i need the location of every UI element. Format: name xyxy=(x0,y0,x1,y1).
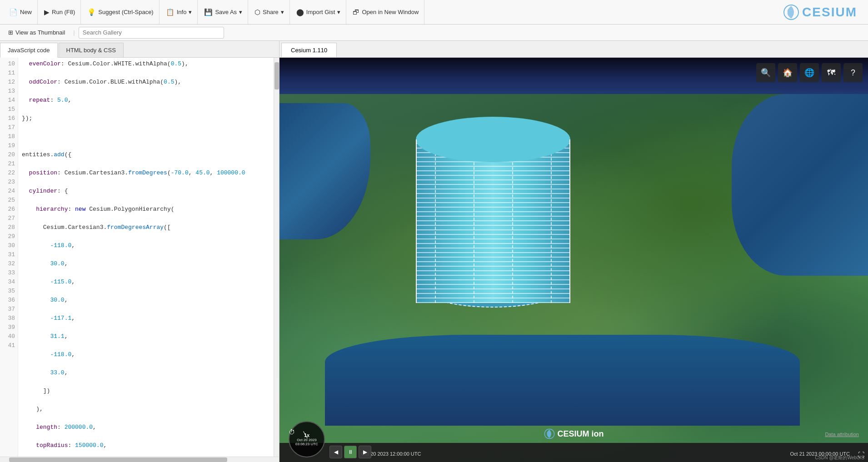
main-toolbar: 📄 New ▶ Run (F8) 💡 Suggest (Ctrl-Space) … xyxy=(0,0,868,25)
main-content: JavaScript code HTML body & CSS 10111213… xyxy=(0,41,868,462)
cesium-text: CESIUM xyxy=(802,5,857,20)
time-display: 1x Oct 20 2023 03:06:23 UTC xyxy=(289,421,325,457)
info-chevron-icon: ▾ xyxy=(189,9,192,15)
search-input[interactable] xyxy=(79,27,224,39)
cylinder-outline-right xyxy=(569,139,570,303)
share-icon: ⬡ xyxy=(254,8,260,16)
data-attribution[interactable]: Data attribution xyxy=(825,432,859,437)
horizontal-scrollbar[interactable] xyxy=(0,457,279,462)
share-button[interactable]: ⬡ Share ▾ xyxy=(249,0,290,24)
ocean-bottom xyxy=(325,335,800,426)
thumbnail-label: View as Thumbnail xyxy=(15,29,65,36)
tab-html[interactable]: HTML body & CSS xyxy=(59,43,124,57)
suggest-label: Suggest (Ctrl-Space) xyxy=(98,9,153,15)
viewer-tab-cesium[interactable]: Cesium 1.110 xyxy=(281,43,337,57)
info-icon: 📋 xyxy=(166,8,175,16)
run-label: Run (F8) xyxy=(52,9,75,15)
tab-javascript[interactable]: JavaScript code xyxy=(0,43,58,58)
new-label: New xyxy=(20,9,32,15)
saveas-label: Save As xyxy=(215,9,237,15)
ocean-right xyxy=(732,94,868,276)
gist-icon: ⬤ xyxy=(296,8,304,16)
help-tool-button[interactable]: ? xyxy=(843,63,863,82)
info-button[interactable]: 📋 Info ▾ xyxy=(160,0,198,24)
code-panel: JavaScript code HTML body & CSS 10111213… xyxy=(0,41,279,462)
time-utc: 03:06:23 UTC xyxy=(295,442,318,446)
cyl-vline-1 xyxy=(435,139,436,303)
cyl-vline-3 xyxy=(512,139,513,303)
cesium-ion-logo: CESIUM ion xyxy=(544,428,604,439)
thumbnail-button[interactable]: ⊞ View as Thumbnail xyxy=(4,27,70,38)
scrollbar-h-thumb[interactable] xyxy=(9,457,227,462)
cylinder-body xyxy=(416,139,570,303)
share-label: Share xyxy=(263,9,279,15)
importgist-chevron-icon: ▾ xyxy=(337,9,340,15)
cyl-vline-2 xyxy=(474,139,474,303)
scrollbar-thumb[interactable] xyxy=(274,62,279,89)
cesium-ion-logo-icon xyxy=(544,428,555,439)
rewind-button[interactable]: ◀ xyxy=(329,446,342,458)
search-tool-button[interactable]: 🔍 xyxy=(756,63,775,82)
info-label: Info xyxy=(177,9,187,15)
secondary-toolbar: ⊞ View as Thumbnail | xyxy=(0,25,868,41)
new-button[interactable]: 📄 New xyxy=(4,0,38,24)
vertical-scrollbar[interactable] xyxy=(274,58,279,457)
cesium-logo: CESIUM xyxy=(776,4,864,20)
importgist-button[interactable]: ⬤ Import Gist ▾ xyxy=(291,0,347,24)
line-numbers: 1011121314 1516171819 2021222324 2526272… xyxy=(0,58,18,457)
cyl-vline-4 xyxy=(551,139,552,303)
clock-icon: ⏱ xyxy=(289,428,295,436)
run-icon: ▶ xyxy=(44,8,50,16)
playback-controls: ◀ ⏸ ▶ xyxy=(329,446,371,458)
viewer-content[interactable]: 🔍 🏠 🌐 🗺 ? CESIUM ion Data attribution 1x… xyxy=(279,58,868,462)
newwindow-icon: 🗗 xyxy=(353,8,359,16)
new-icon: 📄 xyxy=(9,8,18,16)
open-newwindow-label: Open in New Window xyxy=(362,9,419,15)
run-button[interactable]: ▶ Run (F8) xyxy=(39,0,81,24)
code-area: 1011121314 1516171819 2021222324 2526272… xyxy=(0,58,279,457)
fast-forward-button[interactable]: ▶ xyxy=(359,446,371,458)
importgist-label: Import Gist xyxy=(306,9,335,15)
cylinder-outline-left xyxy=(416,139,417,303)
code-content[interactable]: evenColor: Cesium.Color.WHITE.withAlpha(… xyxy=(18,58,274,457)
play-pause-button[interactable]: ⏸ xyxy=(344,446,357,458)
globe-tool-button[interactable]: 🌐 xyxy=(800,63,819,82)
cylinder-vertical-lines xyxy=(416,139,570,303)
toolbar2-separator: | xyxy=(73,29,75,36)
viewer-panel: Cesium 1.110 xyxy=(279,41,868,462)
suggest-button[interactable]: 💡 Suggest (Ctrl-Space) xyxy=(82,0,159,24)
cesium-ion-text: CESIUM ion xyxy=(558,429,604,439)
viewer-tab-bar: Cesium 1.110 xyxy=(279,41,868,58)
cylinder-3d xyxy=(407,117,579,335)
saveas-button[interactable]: 💾 Save As ▾ xyxy=(199,0,248,24)
save-icon: 💾 xyxy=(204,8,213,16)
time-date: Oct 20 2023 xyxy=(297,438,317,442)
watermark: CSDN @老斯的WebGIS xyxy=(815,455,864,461)
viewer-toolbar: 🔍 🏠 🌐 🗺 ? xyxy=(756,63,863,82)
saveas-chevron-icon: ▾ xyxy=(239,9,242,15)
open-newwindow-button[interactable]: 🗗 Open in New Window xyxy=(347,0,424,24)
editor-tabs: JavaScript code HTML body & CSS xyxy=(0,41,279,58)
share-chevron-icon: ▾ xyxy=(281,9,284,15)
layers-tool-button[interactable]: 🗺 xyxy=(822,63,841,82)
thumbnail-icon: ⊞ xyxy=(8,29,13,36)
suggest-icon: 💡 xyxy=(87,8,96,16)
cesium-logo-icon xyxy=(783,4,799,20)
home-tool-button[interactable]: 🏠 xyxy=(778,63,797,82)
cylinder-top xyxy=(416,117,570,162)
